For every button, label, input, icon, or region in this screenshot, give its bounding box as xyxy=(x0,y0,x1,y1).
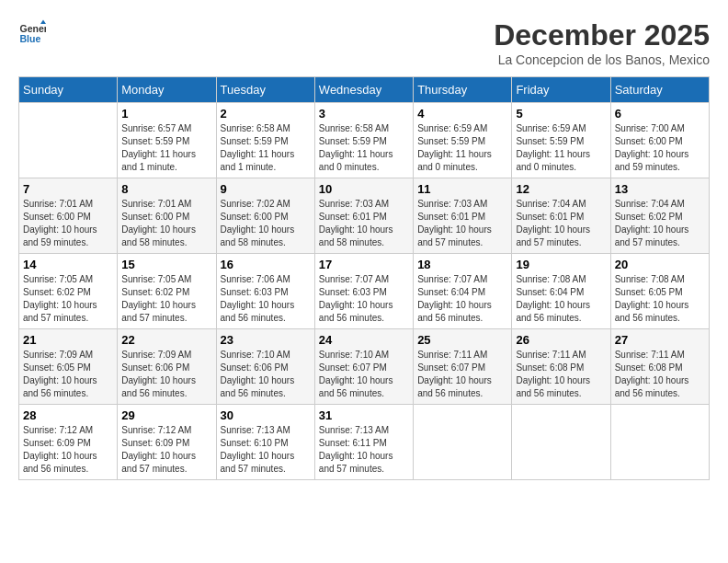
calendar-cell: 25Sunrise: 7:11 AMSunset: 6:07 PMDayligh… xyxy=(414,329,512,405)
calendar-subtitle: La Concepcion de los Banos, Mexico xyxy=(494,52,710,67)
calendar-cell: 2Sunrise: 6:58 AMSunset: 5:59 PMDaylight… xyxy=(216,103,314,178)
day-header-sunday: Sunday xyxy=(19,77,118,103)
day-number: 14 xyxy=(23,258,113,271)
calendar-cell: 27Sunrise: 7:11 AMSunset: 6:08 PMDayligh… xyxy=(610,329,709,405)
day-info: Sunrise: 7:06 AMSunset: 6:03 PMDaylight:… xyxy=(221,273,311,325)
day-info: Sunrise: 7:04 AMSunset: 6:02 PMDaylight:… xyxy=(615,198,705,249)
calendar-cell: 6Sunrise: 7:00 AMSunset: 6:00 PMDaylight… xyxy=(610,103,709,178)
calendar-cell xyxy=(512,405,610,480)
day-info: Sunrise: 7:03 AMSunset: 6:01 PMDaylight:… xyxy=(319,198,409,249)
day-info: Sunrise: 7:11 AMSunset: 6:07 PMDaylight:… xyxy=(417,349,507,400)
calendar-body: 1Sunrise: 6:57 AMSunset: 5:59 PMDaylight… xyxy=(19,103,710,480)
day-info: Sunrise: 7:01 AMSunset: 6:00 PMDaylight:… xyxy=(23,198,113,249)
calendar-cell: 23Sunrise: 7:10 AMSunset: 6:06 PMDayligh… xyxy=(216,329,314,405)
day-header-tuesday: Tuesday xyxy=(216,77,314,103)
day-info: Sunrise: 7:04 AMSunset: 6:01 PMDaylight:… xyxy=(516,198,606,249)
calendar-cell: 26Sunrise: 7:11 AMSunset: 6:08 PMDayligh… xyxy=(512,329,610,405)
calendar-cell: 7Sunrise: 7:01 AMSunset: 6:00 PMDaylight… xyxy=(19,178,118,254)
svg-text:Blue: Blue xyxy=(20,33,41,44)
calendar-week-row: 14Sunrise: 7:05 AMSunset: 6:02 PMDayligh… xyxy=(19,254,710,329)
calendar-cell: 31Sunrise: 7:13 AMSunset: 6:11 PMDayligh… xyxy=(314,405,413,480)
calendar-cell: 24Sunrise: 7:10 AMSunset: 6:07 PMDayligh… xyxy=(314,329,413,405)
day-number: 31 xyxy=(319,408,409,422)
day-number: 15 xyxy=(121,258,211,271)
day-info: Sunrise: 7:05 AMSunset: 6:02 PMDaylight:… xyxy=(23,273,113,325)
calendar-cell: 12Sunrise: 7:04 AMSunset: 6:01 PMDayligh… xyxy=(512,178,610,254)
day-number: 22 xyxy=(121,333,211,347)
day-info: Sunrise: 7:09 AMSunset: 6:06 PMDaylight:… xyxy=(121,349,211,400)
calendar-week-row: 7Sunrise: 7:01 AMSunset: 6:00 PMDaylight… xyxy=(19,178,710,254)
calendar-cell: 9Sunrise: 7:02 AMSunset: 6:00 PMDaylight… xyxy=(216,178,314,254)
calendar-cell: 21Sunrise: 7:09 AMSunset: 6:05 PMDayligh… xyxy=(19,329,118,405)
calendar-cell: 15Sunrise: 7:05 AMSunset: 6:02 PMDayligh… xyxy=(118,254,216,329)
header: General Blue December 2025 La Concepcion… xyxy=(18,18,710,67)
day-number: 13 xyxy=(615,182,705,196)
day-info: Sunrise: 7:00 AMSunset: 6:00 PMDaylight:… xyxy=(615,122,705,174)
day-info: Sunrise: 6:59 AMSunset: 5:59 PMDaylight:… xyxy=(516,122,606,174)
day-number: 1 xyxy=(121,107,211,121)
calendar-cell: 3Sunrise: 6:58 AMSunset: 5:59 PMDaylight… xyxy=(314,103,413,178)
day-info: Sunrise: 7:10 AMSunset: 6:06 PMDaylight:… xyxy=(221,349,311,400)
calendar-cell xyxy=(19,103,118,178)
day-header-thursday: Thursday xyxy=(414,77,512,103)
day-info: Sunrise: 7:02 AMSunset: 6:00 PMDaylight:… xyxy=(221,198,311,249)
calendar-week-row: 1Sunrise: 6:57 AMSunset: 5:59 PMDaylight… xyxy=(19,103,710,178)
day-number: 2 xyxy=(221,107,311,121)
calendar-cell: 5Sunrise: 6:59 AMSunset: 5:59 PMDaylight… xyxy=(512,103,610,178)
day-info: Sunrise: 7:07 AMSunset: 6:04 PMDaylight:… xyxy=(417,273,507,325)
svg-marker-2 xyxy=(40,20,46,25)
day-info: Sunrise: 7:01 AMSunset: 6:00 PMDaylight:… xyxy=(121,198,211,249)
day-number: 8 xyxy=(121,182,211,196)
calendar-cell: 4Sunrise: 6:59 AMSunset: 5:59 PMDaylight… xyxy=(414,103,512,178)
calendar-cell: 8Sunrise: 7:01 AMSunset: 6:00 PMDaylight… xyxy=(118,178,216,254)
day-number: 30 xyxy=(221,408,311,422)
calendar-cell: 11Sunrise: 7:03 AMSunset: 6:01 PMDayligh… xyxy=(414,178,512,254)
calendar-week-row: 21Sunrise: 7:09 AMSunset: 6:05 PMDayligh… xyxy=(19,329,710,405)
day-number: 23 xyxy=(221,333,311,347)
day-number: 11 xyxy=(417,182,507,196)
day-number: 19 xyxy=(516,258,606,271)
calendar-title: December 2025 xyxy=(494,18,710,52)
day-number: 12 xyxy=(516,182,606,196)
day-number: 20 xyxy=(615,258,705,271)
day-info: Sunrise: 6:57 AMSunset: 5:59 PMDaylight:… xyxy=(121,122,211,174)
day-number: 25 xyxy=(417,333,507,347)
day-number: 28 xyxy=(23,408,113,422)
day-number: 10 xyxy=(319,182,409,196)
calendar-week-row: 28Sunrise: 7:12 AMSunset: 6:09 PMDayligh… xyxy=(19,405,710,480)
day-info: Sunrise: 7:07 AMSunset: 6:03 PMDaylight:… xyxy=(319,273,409,325)
calendar-cell xyxy=(414,405,512,480)
day-info: Sunrise: 7:11 AMSunset: 6:08 PMDaylight:… xyxy=(516,349,606,400)
day-number: 3 xyxy=(319,107,409,121)
calendar-header-row: SundayMondayTuesdayWednesdayThursdayFrid… xyxy=(19,77,710,103)
day-info: Sunrise: 7:11 AMSunset: 6:08 PMDaylight:… xyxy=(615,349,705,400)
day-header-friday: Friday xyxy=(512,77,610,103)
calendar-cell: 14Sunrise: 7:05 AMSunset: 6:02 PMDayligh… xyxy=(19,254,118,329)
day-number: 9 xyxy=(221,182,311,196)
day-info: Sunrise: 7:13 AMSunset: 6:11 PMDaylight:… xyxy=(319,424,409,476)
day-header-saturday: Saturday xyxy=(610,77,709,103)
day-number: 7 xyxy=(23,182,113,196)
day-info: Sunrise: 7:08 AMSunset: 6:04 PMDaylight:… xyxy=(516,273,606,325)
calendar-cell: 16Sunrise: 7:06 AMSunset: 6:03 PMDayligh… xyxy=(216,254,314,329)
calendar-cell: 1Sunrise: 6:57 AMSunset: 5:59 PMDaylight… xyxy=(118,103,216,178)
day-number: 16 xyxy=(221,258,311,271)
calendar-cell: 10Sunrise: 7:03 AMSunset: 6:01 PMDayligh… xyxy=(314,178,413,254)
day-header-monday: Monday xyxy=(118,77,216,103)
day-info: Sunrise: 7:05 AMSunset: 6:02 PMDaylight:… xyxy=(121,273,211,325)
day-number: 26 xyxy=(516,333,606,347)
day-info: Sunrise: 7:12 AMSunset: 6:09 PMDaylight:… xyxy=(23,424,113,476)
calendar-cell: 17Sunrise: 7:07 AMSunset: 6:03 PMDayligh… xyxy=(314,254,413,329)
calendar-cell: 22Sunrise: 7:09 AMSunset: 6:06 PMDayligh… xyxy=(118,329,216,405)
day-info: Sunrise: 7:12 AMSunset: 6:09 PMDaylight:… xyxy=(121,424,211,476)
day-number: 27 xyxy=(615,333,705,347)
day-number: 5 xyxy=(516,107,606,121)
calendar-table: SundayMondayTuesdayWednesdayThursdayFrid… xyxy=(18,76,710,480)
day-info: Sunrise: 7:03 AMSunset: 6:01 PMDaylight:… xyxy=(417,198,507,249)
day-number: 21 xyxy=(23,333,113,347)
logo-icon: General Blue xyxy=(18,18,46,46)
day-number: 29 xyxy=(121,408,211,422)
day-number: 17 xyxy=(319,258,409,271)
day-number: 18 xyxy=(417,258,507,271)
calendar-cell: 13Sunrise: 7:04 AMSunset: 6:02 PMDayligh… xyxy=(610,178,709,254)
